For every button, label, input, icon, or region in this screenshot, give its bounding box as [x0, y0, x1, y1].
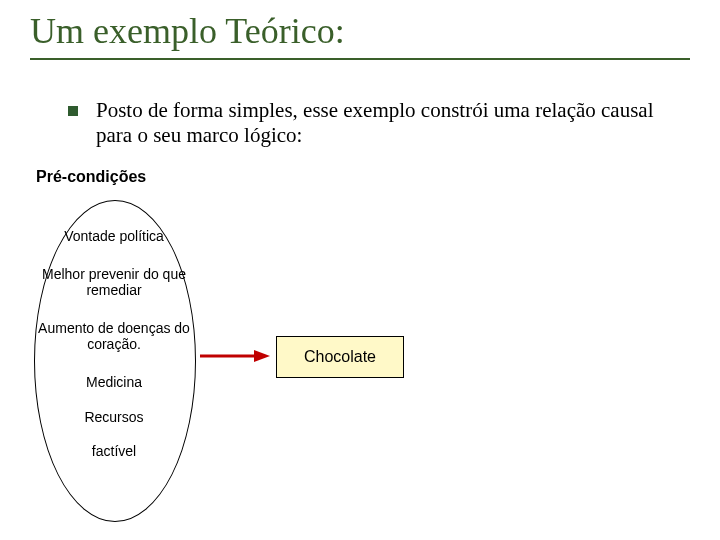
bullet-row: Posto de forma simples, esse exemplo con…: [68, 98, 690, 148]
slide: Um exemplo Teórico: Posto de forma simpl…: [0, 0, 720, 540]
title-underline: [30, 58, 690, 60]
preconditions-list: Vontade política Melhor prevenir do que …: [34, 210, 194, 459]
precondition-item: Aumento de doenças do coração.: [34, 320, 194, 352]
precondition-item: Recursos: [34, 409, 194, 425]
title-area: Um exemplo Teórico:: [30, 10, 690, 60]
bullet-text: Posto de forma simples, esse exemplo con…: [96, 98, 690, 148]
preconditions-label: Pré-condições: [36, 168, 146, 186]
chocolate-label: Chocolate: [304, 348, 376, 366]
slide-title: Um exemplo Teórico:: [30, 10, 690, 58]
precondition-item: Medicina: [34, 374, 194, 390]
bullet-icon: [68, 106, 78, 116]
svg-marker-1: [254, 350, 270, 362]
precondition-item: Vontade política: [34, 228, 194, 244]
precondition-item: Melhor prevenir do que remediar: [34, 266, 194, 298]
precondition-item: factível: [34, 443, 194, 459]
arrow-icon: [200, 348, 270, 364]
chocolate-box: Chocolate: [276, 336, 404, 378]
